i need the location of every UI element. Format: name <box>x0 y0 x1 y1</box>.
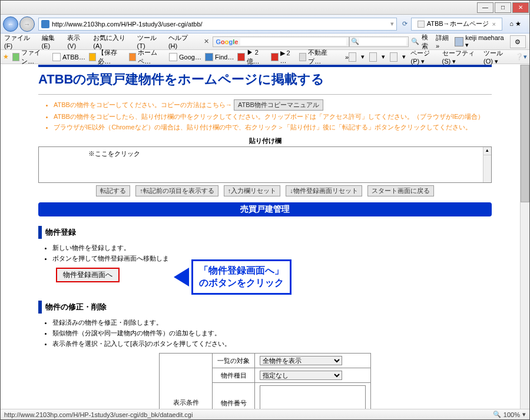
callout-arrow <box>174 268 189 286</box>
nav-forward-button[interactable]: → <box>19 16 35 32</box>
detail-link[interactable]: 詳細 » <box>436 34 452 49</box>
home-icon[interactable] <box>349 52 356 62</box>
reset-form-button[interactable]: ↓物件登録画面リセット <box>286 185 362 196</box>
form-row-label: 表示条件 <box>160 354 213 409</box>
fav-item[interactable]: Goog… <box>169 53 201 61</box>
gear-icon: ⚙ <box>515 38 521 45</box>
user-name: keiji maehara ▾ <box>465 34 505 49</box>
user-avatar-icon <box>455 37 463 46</box>
google-search-box[interactable]: Google <box>213 36 349 47</box>
toolbar-tools[interactable]: ツール(O) ▾ <box>483 49 511 65</box>
favorites-bar: ★ ファイン… ATBB… 【保存必… ホームペ… Goog… Find… ▶ … <box>1 50 529 64</box>
search-form-table: 表示条件 一覧の対象 全物件を表示 物件種目 指定なし 物件番号 （複数の場合は… <box>159 353 371 409</box>
site-icon <box>41 20 49 28</box>
menu-view[interactable]: 表示(V) <box>67 34 87 49</box>
toolbar-close-icon[interactable]: ✕ <box>204 38 209 45</box>
property-number-textarea[interactable] <box>260 385 366 409</box>
page-title: ATBBの売買戸建物件をホームページに掲載する <box>38 67 492 94</box>
toolbar-safety[interactable]: セーフティ(S) ▾ <box>442 49 479 65</box>
textarea-scrollbar[interactable]: ▴ <box>483 147 491 182</box>
url-text: http://www.2103hp.com/H/HP-1study3/user-… <box>52 21 203 28</box>
toolbar-help-icon[interactable]: ❔▾ <box>515 53 527 61</box>
instruction-item: ATBBの物件をコピーしたら、貼り付け欄の中をクリックしてください。クリップボー… <box>54 112 492 121</box>
form-label: 物件種目 <box>213 368 255 383</box>
search-button[interactable]: 検索 <box>422 33 433 51</box>
address-bar[interactable]: http://www.2103hp.com/H/HP-1study3/user-… <box>38 18 397 31</box>
page-content: ATBBの売買戸建物件をホームページに掲載する ATBBの物件をコピーしてくださ… <box>1 65 529 409</box>
register-screen-button[interactable]: 物件登録画面へ <box>56 268 120 282</box>
tab-title: ATBB→ホームページ <box>427 19 489 28</box>
fav-item[interactable]: ホームペ… <box>129 48 165 66</box>
fav-item[interactable]: 【保存必… <box>89 48 125 66</box>
user-menu[interactable]: keiji maehara ▾ <box>455 34 505 49</box>
google-logo: Google <box>216 38 238 45</box>
window-maximize-button[interactable]: □ <box>495 2 511 13</box>
page-search-box[interactable]: 🔍 <box>349 36 409 47</box>
feed-icon[interactable] <box>369 52 377 62</box>
paste-label: 貼り付け欄 <box>38 136 492 145</box>
body-item: 類似物件（分譲や同一建物内の物件等）の追加をします。 <box>52 329 492 338</box>
refresh-button[interactable]: ⟳ <box>399 20 411 28</box>
type-select[interactable]: 指定なし <box>260 371 342 380</box>
settings-gear-button[interactable]: ⚙ <box>510 35 526 48</box>
instruction-item: ブラウザがIE以外（Chromeなど）の場合は、貼り付け欄の中で、右クリック＞「… <box>54 123 492 132</box>
window-minimize-button[interactable]: — <box>477 2 493 13</box>
menu-help[interactable]: ヘルプ(H) <box>168 34 195 49</box>
favorites-star-icon[interactable]: ★ <box>3 53 9 61</box>
form-label: 物件番号 <box>213 383 255 409</box>
menu-file[interactable]: ファイル(F) <box>4 34 36 49</box>
instruction-item: ATBBの物件をコピーしてください。コピーの方法はこちら→ ATBB物件コピーマ… <box>54 99 492 111</box>
show-prev-button[interactable]: ↑転記前の項目を表示する <box>135 185 218 196</box>
form-label: 一覧の対象 <box>213 354 255 368</box>
nav-back-button[interactable]: ← <box>3 16 18 32</box>
menu-tools[interactable]: ツール(T) <box>137 34 163 49</box>
menu-fav[interactable]: お気に入り(A) <box>93 34 131 49</box>
menu-edit[interactable]: 編集(E) <box>42 34 62 49</box>
fav-item[interactable]: ▶ 2億… <box>237 48 267 66</box>
window-titlebar: — □ ✕ <box>1 1 529 15</box>
browser-tab[interactable]: ATBB→ホームページ × <box>411 18 502 31</box>
tab-close-button[interactable]: × <box>492 21 496 28</box>
tab-favicon <box>418 21 425 28</box>
google-search-input[interactable] <box>240 38 346 45</box>
back-start-button[interactable]: スタート画面に戻る <box>367 185 434 196</box>
mail-icon[interactable] <box>390 52 398 62</box>
transcribe-button[interactable]: 転記する <box>96 185 130 196</box>
section-heading-edit: 物件の修正・削除 <box>38 301 492 314</box>
zoom-icon[interactable]: 🔍 <box>493 411 501 418</box>
browser-nav-bar: ← → http://www.2103hp.com/H/HP-1study3/u… <box>1 15 529 34</box>
fav-item[interactable]: ATBB… <box>52 53 85 61</box>
toolbar-page[interactable]: ページ(P) ▾ <box>410 49 437 65</box>
page-scrollbar[interactable] <box>520 65 529 409</box>
target-select[interactable]: 全物件を表示 <box>260 356 342 365</box>
body-item: 表示条件を選択・記入して[表示]のボタンを押してください。 <box>52 339 492 348</box>
zoom-level: 100% <box>504 411 520 418</box>
section-ribbon: 売買戸建管理 <box>38 202 492 216</box>
fav-item[interactable]: Find… <box>205 53 234 61</box>
fav-item[interactable]: ▶ 2 … <box>271 49 296 64</box>
window-close-button[interactable]: ✕ <box>512 2 529 13</box>
fav-item[interactable]: 不動産プ… <box>299 48 336 66</box>
section-heading-register: 物件登録 <box>38 226 492 239</box>
paste-hint: ※ここをクリック <box>88 150 140 157</box>
body-item: 新しい物件を登録します。 <box>52 244 492 252</box>
reset-input-button[interactable]: ↑入力欄リセット <box>224 185 281 196</box>
fav-item[interactable]: ファイン… <box>12 48 49 66</box>
paste-textarea[interactable]: ※ここをクリック ▴ <box>38 146 492 183</box>
status-url: http://www.2103hp.com/H/HP-1study3/user-… <box>4 411 193 418</box>
body-item: 登録済みの物件を修正・削除します。 <box>52 318 492 327</box>
manual-button[interactable]: ATBB物件コピーマニュアル <box>234 99 323 111</box>
status-bar: http://www.2103hp.com/H/HP-1study3/user-… <box>1 409 529 419</box>
callout-box: 「物件登録画面へ」 のボタンをクリック <box>191 259 292 295</box>
